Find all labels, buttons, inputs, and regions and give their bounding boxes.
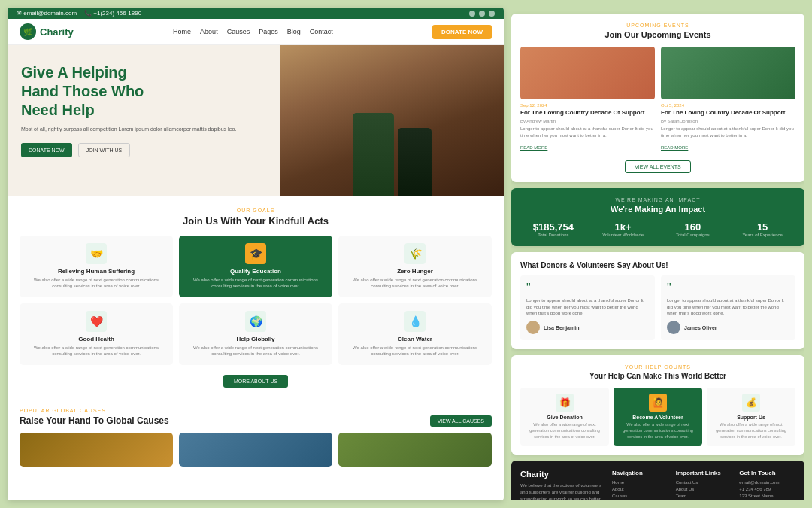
causes-tag: POPULAR GLOBAL CAUSES — [20, 408, 492, 413]
help-card-3: 💰 Support Us We also offer a wide range … — [707, 388, 795, 446]
goal-card-2-featured: 🎓 Quality Education We also offer a wide… — [179, 236, 332, 297]
nav-blog[interactable]: Blog — [287, 28, 301, 35]
footer-link-causes[interactable]: Causes — [612, 494, 668, 498]
footer-link-team[interactable]: Team — [676, 494, 732, 498]
impact-num-2: 1k+ — [590, 221, 656, 233]
hero-person-2 — [398, 128, 432, 196]
footer-contact-col: Get In Touch email@domain.com +1 234 456… — [739, 470, 795, 500]
goals-tag: OUR GOALS — [20, 208, 492, 213]
nav-pages[interactable]: Pages — [259, 28, 278, 35]
help-title: Your Help Can Make This World Better — [520, 372, 795, 380]
view-all-events-wrap: VIEW ALL EVENTS — [520, 158, 795, 173]
footer-phone[interactable]: +1 234 456 789 — [739, 487, 795, 491]
footer-nav-col: Navigation Home About Causes Blog Events — [612, 470, 668, 500]
hero-title: Give A Helping Hand Those Who Need Help — [21, 63, 267, 120]
top-bar-social — [469, 11, 495, 17]
event-date-2: Oct 5, 2024 — [661, 103, 795, 108]
testimonial-text-1: Longer to appear should about at a thank… — [526, 297, 649, 316]
goals-title: Join Us With Your Kindfull Acts — [20, 215, 492, 227]
event-name-1: For The Loving Country Decade Of Support — [520, 109, 655, 117]
help-tag: YOUR HELP COUNTS — [520, 364, 795, 370]
view-all-causes-button[interactable]: VIEW ALL CAUSES — [430, 415, 492, 427]
footer-link-home[interactable]: Home — [612, 480, 668, 485]
impact-title: We're Making An Impact — [520, 205, 795, 214]
hero-content: Give A Helping Hand Those Who Need Help … — [8, 45, 280, 196]
help-desc-1: We also offer a wide range of next gener… — [525, 422, 604, 440]
hero-subtitle: Most of all, rightly surpass all competi… — [21, 126, 267, 134]
quote-icon-1: " — [526, 281, 649, 295]
causes-header: Raise Your Hand To Global Causes VIEW AL… — [20, 415, 492, 427]
goal-desc-4: We also offer a wide range of next gener… — [26, 345, 167, 357]
nav-causes[interactable]: Causes — [227, 28, 250, 35]
goal-card-6: 💧 Clean Water We also offer a wide range… — [338, 303, 492, 365]
goals-grid: 🤝 Relieving Human Suffering We also offe… — [20, 236, 492, 365]
testimonial-name-1: Lisa Benjamin — [544, 325, 579, 330]
footer-link-about[interactable]: About — [612, 487, 668, 491]
hero-buttons: DONATE NOW JOIN WITH US — [21, 143, 267, 157]
phone-info: 📞 +1(234) 456-1890 — [84, 10, 141, 17]
event-image-1 — [520, 47, 655, 99]
footer-important-col: Important Links Contact Us About Us Team… — [676, 470, 732, 500]
cause-image-3 — [338, 433, 492, 467]
impact-stat-2: 1k+ Volunteer Worldwide — [590, 221, 656, 237]
footer-address[interactable]: 123 Street Name — [739, 494, 795, 498]
impact-stat-3: 160 Total Campaigns — [660, 221, 726, 237]
help-section: YOUR HELP COUNTS Your Help Can Make This… — [511, 355, 804, 455]
nav-home[interactable]: Home — [173, 28, 191, 35]
impact-num-3: 160 — [660, 221, 726, 233]
help-icon-3: 💰 — [742, 394, 760, 412]
events-tag: UPCOMING EVENTS — [520, 23, 795, 28]
impact-stats: $185,754 Total Donations 1k+ Volunteer W… — [520, 221, 795, 237]
testimonial-text-2: Longer to appear should about at a thank… — [667, 297, 789, 316]
cause-card-1 — [20, 433, 173, 467]
read-more-2[interactable]: READ MORE — [661, 145, 688, 150]
hero-people — [280, 75, 504, 196]
footer-contact-title: Get In Touch — [739, 470, 795, 476]
testimonial-1: " Longer to appear should about at a tha… — [520, 275, 655, 340]
help-icon-2: 🙋 — [649, 394, 667, 412]
goal-card-5: 🌍 Help Globally We also offer a wide ran… — [179, 303, 332, 365]
footer-grid: Charity We believe that the actions of v… — [520, 470, 795, 500]
help-icon-1: 🎁 — [556, 394, 574, 412]
goal-name-1: Relieving Human Suffering — [26, 268, 167, 275]
site-logo[interactable]: 🌿 Charity — [20, 23, 74, 40]
footer-email[interactable]: email@domain.com — [739, 480, 795, 485]
hero-bg — [280, 45, 504, 196]
view-all-events-button[interactable]: VIEW ALL EVENTS — [625, 160, 691, 173]
footer-important-title: Important Links — [676, 470, 732, 476]
goal-icon-2: 🎓 — [245, 243, 266, 264]
read-more-1[interactable]: READ MORE — [520, 145, 547, 150]
donate-now-button[interactable]: DONATE NOW — [432, 25, 492, 39]
main-wrapper: ✉ email@domain.com 📞 +1(234) 456-1890 🌿 … — [0, 0, 812, 508]
nav-about[interactable]: About — [200, 28, 218, 35]
nav-contact[interactable]: Contact — [310, 28, 333, 35]
help-grid: 🎁 Give Donation We also offer a wide ran… — [520, 388, 795, 446]
goal-card-3: 🌾 Zero Hunger We also offer a wide range… — [338, 236, 492, 297]
event-date-1: Sep 12, 2024 — [520, 103, 655, 108]
event-card-2: Oct 5, 2024 For The Loving Country Decad… — [661, 47, 795, 152]
hero-donate-button[interactable]: DONATE NOW — [21, 143, 72, 157]
event-author-1: By Andrew Martin — [520, 119, 655, 123]
event-name-2: For The Loving Country Decade Of Support — [661, 109, 795, 117]
top-bar: ✉ email@domain.com 📞 +1(234) 456-1890 — [8, 8, 504, 19]
testimonial-author-2: James Oliver — [667, 321, 789, 334]
footer-nav-title: Navigation — [612, 470, 668, 476]
help-name-2: Become A Volunteer — [618, 415, 698, 420]
hero-section: Give A Helping Hand Those Who Need Help … — [8, 45, 504, 196]
help-desc-2: We also offer a wide range of next gener… — [618, 422, 698, 440]
hero-join-button[interactable]: JOIN WITH US — [78, 143, 130, 157]
more-about-us-button[interactable]: MORE ABOUT US — [223, 375, 288, 388]
impact-num-1: $185,754 — [520, 221, 586, 233]
top-bar-left: ✉ email@domain.com 📞 +1(234) 456-1890 — [17, 10, 141, 17]
event-desc-1: Longer to appear should about at a thank… — [520, 126, 655, 138]
testimonial-author-1: Lisa Benjamin — [526, 321, 649, 334]
footer-link-contact[interactable]: Contact Us — [676, 480, 732, 485]
goal-icon-3: 🌾 — [404, 243, 426, 264]
quote-icon-2: " — [667, 281, 789, 295]
impact-label-2: Volunteer Worldwide — [590, 233, 656, 237]
testimonials-section: What Donors & Volunteers Say About Us! "… — [511, 252, 804, 349]
cause-image-1 — [20, 433, 173, 467]
footer-link-about-us[interactable]: About Us — [676, 487, 732, 491]
event-card-1: Sep 12, 2024 For The Loving Country Deca… — [520, 47, 655, 152]
causes-section: POPULAR GLOBAL CAUSES Raise Your Hand To… — [8, 400, 504, 474]
